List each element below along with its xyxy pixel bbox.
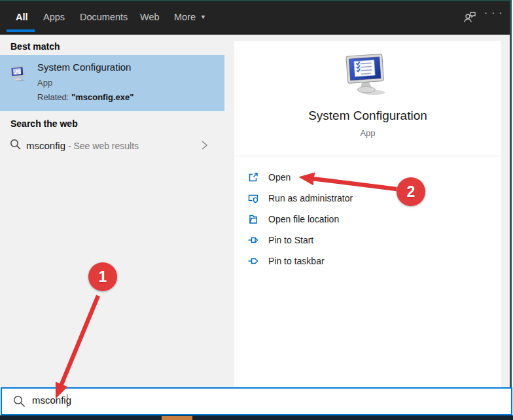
related-prefix: Related: <box>37 92 71 102</box>
active-tab-indicator <box>7 29 35 32</box>
tab-more-label: More <box>174 12 196 22</box>
system-configuration-monitor-icon <box>343 53 393 101</box>
annotation-step-badge-2: 2 <box>397 177 425 206</box>
action-open-label: Open <box>268 172 291 183</box>
pin-icon <box>247 255 259 270</box>
action-open-file-location[interactable]: Open file location <box>234 209 501 230</box>
search-query-text: msconfig <box>32 394 71 406</box>
desktop-edge-top <box>0 0 513 1</box>
result-preview-panel: System Configuration App Open Run as adm… <box>234 41 501 387</box>
tab-all[interactable]: All <box>16 12 28 22</box>
divider <box>234 156 501 156</box>
action-open-file-location-label: Open file location <box>268 214 339 224</box>
action-pin-to-start-label: Pin to Start <box>268 235 313 245</box>
admin-shield-icon <box>247 192 259 207</box>
taskbar-icon-fragment <box>162 416 192 420</box>
folder-icon <box>247 213 259 228</box>
feedback-person-icon[interactable] <box>462 10 478 28</box>
preview-subtitle: App <box>234 128 501 138</box>
system-configuration-monitor-icon <box>9 65 27 86</box>
search-web-header: Search the web <box>10 118 78 129</box>
web-query: msconfig <box>26 140 65 151</box>
action-pin-to-taskbar[interactable]: Pin to taskbar <box>234 251 501 271</box>
web-result-text: msconfig - See web results <box>26 140 139 151</box>
open-launch-icon <box>247 171 259 186</box>
web-suffix: - See web results <box>65 141 139 151</box>
tab-documents[interactable]: Documents <box>80 12 128 22</box>
action-pin-to-start[interactable]: Pin to Start <box>234 230 501 251</box>
windows-search-panel: All Apps Documents Web More▼ · · · Best … <box>0 0 513 420</box>
action-run-as-administrator[interactable]: Run as administrator <box>234 188 501 209</box>
search-icon <box>9 138 22 153</box>
best-match-related: Related: "msconfig.exe" <box>37 92 133 102</box>
best-match-header: Best match <box>10 41 60 52</box>
text-caret <box>67 394 67 408</box>
tab-apps[interactable]: Apps <box>43 12 65 22</box>
pin-icon <box>247 234 259 249</box>
search-filter-tab-bar: All Apps Documents Web More▼ · · · <box>0 0 513 35</box>
preview-title: System Configuration <box>234 109 501 123</box>
tab-web[interactable]: Web <box>140 12 160 22</box>
tab-more[interactable]: More▼ <box>174 12 206 22</box>
action-run-admin-label: Run as administrator <box>268 193 353 203</box>
action-open[interactable]: Open <box>234 167 501 188</box>
best-match-subtitle: App <box>37 78 52 88</box>
action-pin-to-taskbar-label: Pin to taskbar <box>268 256 325 266</box>
best-match-title: System Configuration <box>37 61 131 73</box>
taskbar-search-input[interactable]: msconfig <box>1 387 512 415</box>
related-value: "msconfig.exe" <box>71 92 133 102</box>
search-icon <box>12 394 26 411</box>
annotation-step-badge-1: 1 <box>88 262 117 291</box>
ellipsis-menu-icon[interactable]: · · · <box>484 7 503 18</box>
chevron-right-icon[interactable] <box>200 140 208 153</box>
annotation-arrow-1 <box>61 296 98 386</box>
chevron-down-icon: ▼ <box>200 14 206 20</box>
taskbar-strip <box>0 415 513 420</box>
